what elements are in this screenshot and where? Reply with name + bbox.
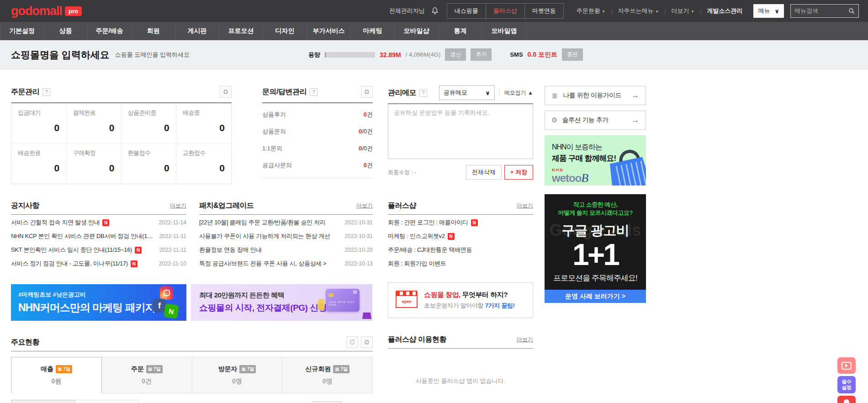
shop-startup-tips-box[interactable]: open 쇼핑몰 창업, 무엇부터 하지? 초보운영자가 알아야할 7가지 꿀팁… [388, 282, 533, 318]
menu-search-input[interactable]: 메뉴검색 [794, 7, 848, 15]
shop-name-title[interactable]: 쇼핑몰명을 입력하세요 [11, 48, 110, 61]
capacity-refresh-button[interactable]: 갱신 [445, 48, 466, 61]
sms-points: 0.0 포인트 [528, 51, 557, 59]
gear-icon [222, 89, 229, 95]
order-cell-deposit-wait[interactable]: 입금대기0 [11, 103, 66, 143]
nav-addons[interactable]: 부가서비스 [307, 22, 351, 40]
google-ads-banner[interactable]: 작고 소중한 예산, 어떻게 쓸지 모르시겠다고요? Google Ads 구글… [545, 194, 646, 303]
nav-promotions[interactable]: 프로모션 [219, 22, 263, 40]
plus-shop-item[interactable]: 마케팅 : 인스고위젯v2N [388, 229, 533, 243]
plus-shop-more-link[interactable]: 더보기 [517, 202, 533, 210]
order-cell-preparing[interactable]: 상품준비중0 [122, 103, 176, 143]
link-dev-source[interactable]: 개발소스관리 [707, 7, 742, 15]
nav-basic-settings[interactable]: 기본설정 [0, 22, 44, 40]
notice-item[interactable]: 서비스 정기 점검 안내 - 고도몰, 이나무(11/17)N2022-11-1… [11, 257, 186, 270]
status-tab-orders[interactable]: 주문▦ 7일 0건 [102, 357, 192, 393]
support-button[interactable] [837, 396, 856, 403]
solution-feature-button[interactable]: ⚙ 솔루션 기능 추가 → [545, 111, 646, 130]
nav-products[interactable]: 상품 [44, 22, 88, 40]
credit-card-illustration: M 1234 5678 4321 8765 [326, 289, 360, 312]
memo-clear-button[interactable]: 전체삭제 [466, 165, 502, 180]
patch-item[interactable]: 사용불가 쿠폰이 사용 가능하게 처리되는 현상 개선2022-10-31 [199, 229, 373, 243]
link-market-sync[interactable]: 마켓연동 [525, 4, 563, 18]
inquiry-row-product-qna[interactable]: 상품문의0/0건 [262, 123, 373, 140]
nav-marketing[interactable]: 마케팅 [351, 22, 395, 40]
order-cell-shipping[interactable]: 배송중0 [176, 103, 231, 143]
nav-statistics[interactable]: 통계 [439, 22, 482, 40]
inquiry-row-one-to-one[interactable]: 1:1문의0/0건 [262, 140, 373, 157]
nav-orders[interactable]: 주문/배송 [88, 22, 132, 40]
bell-icon[interactable] [431, 7, 439, 15]
wetoo-banner[interactable]: NHN이 보증하는 제품 구매 함께해요! NHN wetooB [545, 135, 646, 186]
usage-guide-button[interactable]: 🗎 나를 위한 이용가이드 → [545, 86, 646, 105]
arrow-right-icon: → [631, 91, 639, 100]
order-cell-refund[interactable]: 환불접수0 [122, 143, 176, 184]
nav-boards[interactable]: 게시판 [175, 22, 219, 40]
order-settings-button[interactable] [220, 86, 232, 98]
notice-item[interactable]: SKT 본인확인 서비스 일시 중단 안내(11/15~16)N2022-11-… [11, 243, 186, 257]
help-icon[interactable]: ? [310, 88, 318, 96]
status-tab-new-members[interactable]: 신규회원▦ 7일 0명 [282, 357, 373, 393]
new-badge: N [131, 260, 138, 267]
order-panel-title: 주문관리 [11, 87, 39, 97]
admin-memo-panel: 관리메모 ? 공유메모∨ 메모접기 ▲ 최종수정 : - 전체삭제 + 저장 [388, 86, 533, 180]
inquiry-row-reviews[interactable]: 상품후기0건 [262, 106, 373, 123]
capacity-add-button[interactable]: 추가 [471, 48, 492, 61]
plus-shop-item[interactable]: 회원 : 회원가입 이벤트 [388, 257, 533, 270]
status-tab-sales[interactable]: 매출▦ 7일 0원 [11, 357, 102, 393]
play-icon [845, 364, 848, 367]
patch-upgrade-section: 패치&업그레이드 더보기 [22년 10월] 클레임 주문 교환/반품/환불 승… [199, 200, 373, 270]
plus-shop-item[interactable]: 회원 : 간편 로그인 : 애플아이디N [388, 216, 533, 229]
dropdown-more[interactable]: 더보기 ▼ [672, 7, 695, 15]
capacity-progress-bar [325, 52, 375, 58]
storefront-icon: open [396, 291, 418, 310]
marketing-package-banner[interactable]: #마케팅초보 #낮은광고비 NHN커머스만의 마케팅 패키지 f N [11, 284, 186, 321]
inquiry-settings-button[interactable] [361, 86, 373, 98]
status-tab-visitors[interactable]: 방문자▦ 7일 0명 [192, 357, 283, 393]
help-icon[interactable]: ? [419, 89, 427, 97]
notice-item[interactable]: 서비스 간헐적 접속 지연 발생 안내N2022-11-14 [11, 216, 186, 229]
order-cell-payment-done[interactable]: 결제완료0 [66, 103, 121, 143]
order-cell-confirmed[interactable]: 구매확정0 [66, 143, 121, 184]
memo-type-select[interactable]: 공유메모∨ [439, 85, 495, 100]
sms-charge-button[interactable]: 충전 [562, 48, 583, 61]
subtab-sales-status[interactable]: 매출현황 [11, 400, 75, 403]
patch-item[interactable]: [22년 10월] 클레임 주문 교환/반품/환불 승인 처리2022-10-3… [199, 216, 373, 229]
usage-more-link[interactable]: 더보기 [517, 336, 533, 344]
gear-icon: ⚙ [551, 116, 557, 124]
patch-more-link[interactable]: 더보기 [356, 202, 373, 210]
order-cell-delivered[interactable]: 배송완료0 [11, 143, 66, 184]
patch-item[interactable]: 환율정보 연동 장애 안내2022-10-20 [199, 243, 373, 257]
required-settings-button[interactable]: 필수 설정 [837, 376, 856, 393]
inquiry-row-supplier[interactable]: 공급사문의0건 [262, 157, 373, 174]
link-plus-shop[interactable]: 플러스샵 [486, 4, 525, 18]
youtube-button[interactable] [837, 357, 856, 374]
help-icon[interactable]: ? [42, 88, 50, 96]
menu-scope-select[interactable]: 메뉴∨ [753, 4, 784, 18]
search-icon[interactable] [848, 8, 855, 14]
new-badge: N [471, 219, 478, 226]
plus-shop-item[interactable]: 주문/배송 : CJ대한통운 택배연동 [388, 243, 533, 257]
memo-textarea[interactable] [388, 103, 533, 159]
notice-more-link[interactable]: 더보기 [170, 202, 186, 210]
nav-design[interactable]: 디자인 [263, 22, 307, 40]
memo-save-button[interactable]: + 저장 [504, 165, 533, 180]
memo-collapse-toggle[interactable]: 메모접기 ▲ [499, 89, 533, 97]
subtab-product-ranking[interactable]: 상품판매순위 [75, 400, 139, 403]
capacity-total: / 4,096M(4G) [406, 51, 441, 58]
status-settings-button[interactable] [361, 336, 373, 348]
nav-mobile-app[interactable]: 모바일앱 [482, 22, 526, 40]
dropdown-favorites[interactable]: 자주쓰는메뉴 ▼ [618, 7, 659, 15]
pg-apply-banner[interactable]: 최대 20만원까지 든든한 혜택 쇼핑몰의 시작, 전자결제(PG) 신청! M… [191, 284, 372, 321]
link-my-shop[interactable]: 내쇼핑몰 [447, 4, 486, 18]
order-cell-exchange[interactable]: 교환접수0 [176, 143, 231, 184]
menu-search-box: 메뉴검색 [790, 4, 859, 18]
status-refresh-button[interactable] [346, 336, 358, 348]
see-cases-button[interactable]: 운영 사례 보러가기 > [545, 290, 646, 303]
godomall-logo[interactable]: godomall [11, 4, 62, 18]
notice-item[interactable]: NHN KCP 본인 확인 서비스 관련 DB서버 점검 안내(11/...20… [11, 229, 186, 243]
dropdown-order-status[interactable]: 주문현황 ▼ [577, 7, 606, 15]
nav-mobile-shop[interactable]: 모바일샵 [395, 22, 439, 40]
patch-item[interactable]: 특정 공급사/브랜드 전용 쿠폰 사용 시, 상품상세 >2022-10-13 [199, 257, 373, 270]
nav-members[interactable]: 회원 [132, 22, 175, 40]
